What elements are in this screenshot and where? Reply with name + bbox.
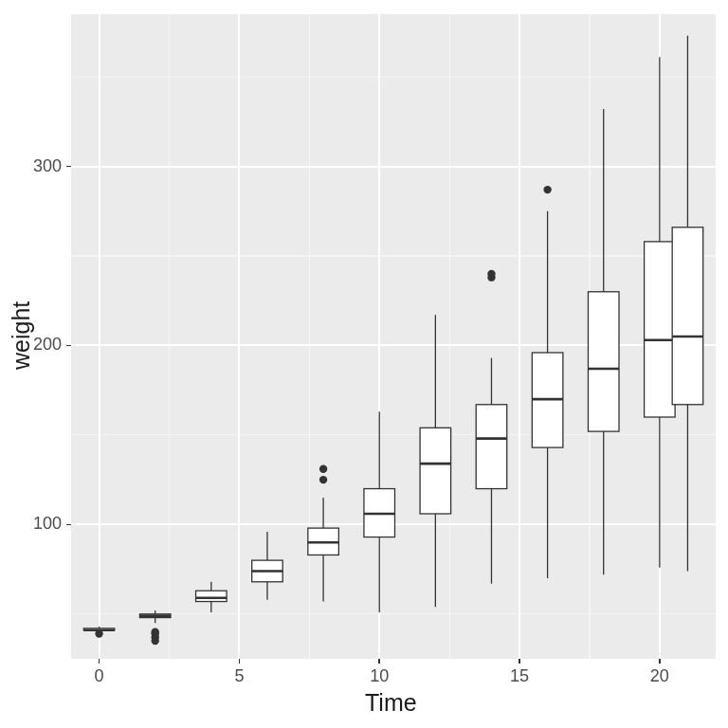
box — [588, 109, 619, 574]
svg-point-40 — [487, 270, 495, 278]
box — [672, 36, 703, 572]
svg-rect-37 — [476, 405, 507, 489]
box — [645, 57, 676, 567]
svg-rect-48 — [588, 292, 619, 431]
box — [308, 465, 339, 602]
svg-point-26 — [319, 465, 327, 473]
y-axis-title: weight — [8, 301, 35, 370]
box — [83, 627, 115, 638]
box — [364, 411, 395, 612]
svg-point-25 — [319, 476, 327, 483]
svg-rect-33 — [420, 428, 451, 514]
svg-point-45 — [543, 186, 551, 193]
chart-root: 10020030005101520 Time weight — [0, 0, 728, 728]
box — [476, 270, 507, 584]
svg-point-12 — [151, 628, 158, 635]
box — [196, 582, 228, 612]
box — [420, 315, 451, 607]
box — [139, 610, 171, 645]
svg-rect-56 — [672, 228, 703, 405]
box — [532, 186, 563, 578]
box — [252, 532, 283, 600]
svg-rect-15 — [196, 591, 228, 601]
boxplot-layer — [0, 0, 728, 728]
svg-rect-52 — [645, 242, 676, 417]
svg-point-4 — [95, 629, 102, 637]
x-axis-title: Time — [365, 689, 417, 717]
